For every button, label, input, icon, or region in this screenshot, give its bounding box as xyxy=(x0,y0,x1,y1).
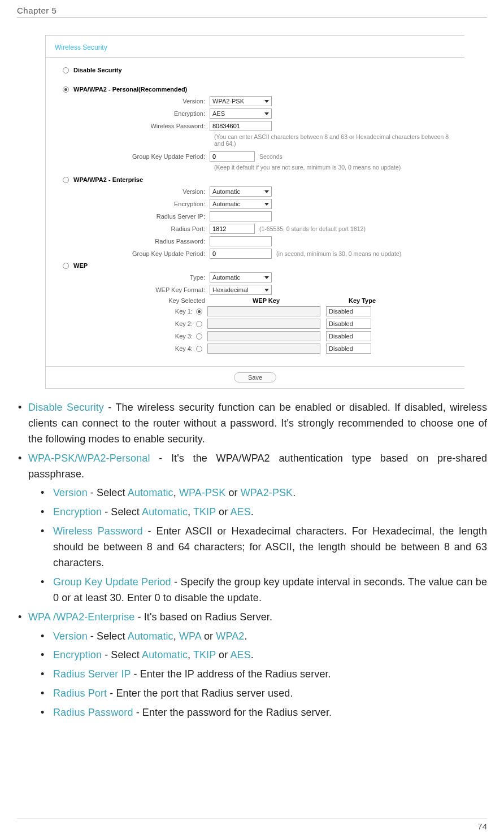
ent-radius-port-label: Radius Port: xyxy=(51,225,210,232)
radio-wpa-personal[interactable] xyxy=(63,86,69,93)
wep-key-type-select[interactable]: Disabled xyxy=(326,319,371,329)
personal-encryption-label: Encryption: xyxy=(51,110,210,117)
ent-version-label: Version: xyxy=(51,188,210,195)
wep-key-radio[interactable] xyxy=(196,321,202,327)
radio-wpa-enterprise[interactable] xyxy=(63,177,69,183)
save-button[interactable]: Save xyxy=(234,372,276,382)
personal-groupkey-hint: (Keep it default if you are not sure, mi… xyxy=(51,163,459,174)
chevron-down-icon xyxy=(264,190,269,193)
wep-key-row: Key 2: Disabled xyxy=(51,318,459,330)
radio-wep[interactable] xyxy=(63,263,69,269)
personal-password-hint: (You can enter ASCII characters between … xyxy=(51,132,459,150)
wep-format-label: WEP Key Format: xyxy=(51,286,210,293)
wep-key-type-select[interactable]: Disabled xyxy=(326,331,371,341)
ent-radius-ip-label: Radius Server IP: xyxy=(51,213,210,220)
page-number: 74 xyxy=(17,819,487,831)
ent-encryption-label: Encryption: xyxy=(51,201,210,207)
wpa-personal-label: WPA/WPA2 - Personal(Recommended) xyxy=(73,86,187,93)
wep-label: WEP xyxy=(73,262,88,269)
ent-groupkey-hint: (in second, minimum is 30, 0 means no up… xyxy=(272,250,401,257)
radio-disable-security[interactable] xyxy=(63,67,69,73)
personal-version-select[interactable]: WPA2-PSK xyxy=(210,96,272,106)
chapter-header: Chapter 5 xyxy=(17,6,487,18)
wep-key-type-select[interactable]: Disabled xyxy=(326,344,371,354)
personal-groupkey-label: Group Key Update Period: xyxy=(51,153,210,160)
wep-key-input[interactable] xyxy=(207,319,320,329)
personal-groupkey-input[interactable] xyxy=(210,151,255,162)
ent-encryption-select[interactable]: Automatic xyxy=(210,199,272,209)
wep-key-radio[interactable] xyxy=(196,308,202,315)
chevron-down-icon xyxy=(264,289,269,292)
wep-key-label: Key 2: xyxy=(51,320,196,327)
personal-password-input[interactable] xyxy=(210,121,272,131)
wep-key-label: Key 3: xyxy=(51,333,196,340)
wep-key-input[interactable] xyxy=(207,306,320,316)
chevron-down-icon xyxy=(264,100,269,103)
wep-key-input[interactable] xyxy=(207,344,320,354)
panel-title: Wireless Security xyxy=(46,36,464,58)
ent-radius-pw-label: Radius Password: xyxy=(51,238,210,245)
wep-key-radio[interactable] xyxy=(196,333,202,340)
ent-radius-pw-input[interactable] xyxy=(210,236,272,246)
wireless-security-panel: Wireless Security Disable Security WPA/W… xyxy=(45,35,464,389)
ent-radius-port-input[interactable] xyxy=(210,224,255,234)
wep-type-select[interactable]: Automatic xyxy=(210,272,272,282)
disable-security-label: Disable Security xyxy=(73,67,122,73)
wep-key-input[interactable] xyxy=(207,331,320,341)
wpa-enterprise-label: WPA/WPA2 - Enterprise xyxy=(73,176,143,183)
wep-col-key: WEP Key xyxy=(210,297,323,304)
wep-key-row: Key 3: Disabled xyxy=(51,330,459,342)
wep-key-type-select[interactable]: Disabled xyxy=(326,306,371,316)
wep-key-row: Key 4: Disabled xyxy=(51,342,459,355)
personal-encryption-select[interactable]: AES xyxy=(210,108,272,119)
wep-col-selected: Key Selected xyxy=(51,297,210,304)
personal-password-label: Wireless Password: xyxy=(51,123,210,129)
personal-version-label: Version: xyxy=(51,98,210,105)
chevron-down-icon xyxy=(264,112,269,115)
personal-groupkey-unit: Seconds xyxy=(255,153,283,160)
wep-key-radio[interactable] xyxy=(196,346,202,352)
ent-radius-port-hint: (1-65535, 0 stands for default port 1812… xyxy=(255,225,366,232)
wep-col-type: Key Type xyxy=(323,297,402,304)
wep-type-label: Type: xyxy=(51,274,210,281)
wep-format-select[interactable]: Hexadecimal xyxy=(210,285,272,295)
ent-groupkey-input[interactable] xyxy=(210,249,272,259)
chevron-down-icon xyxy=(264,276,269,279)
wep-key-label: Key 4: xyxy=(51,345,196,352)
wep-key-label: Key 1: xyxy=(51,308,196,315)
wep-key-row: Key 1: Disabled xyxy=(51,305,459,318)
documentation-text: Disable Security - The wireless security… xyxy=(17,400,487,721)
ent-radius-ip-input[interactable] xyxy=(210,211,272,221)
chevron-down-icon xyxy=(264,203,269,206)
ent-groupkey-label: Group Key Update Period: xyxy=(51,250,210,257)
ent-version-select[interactable]: Automatic xyxy=(210,186,272,197)
